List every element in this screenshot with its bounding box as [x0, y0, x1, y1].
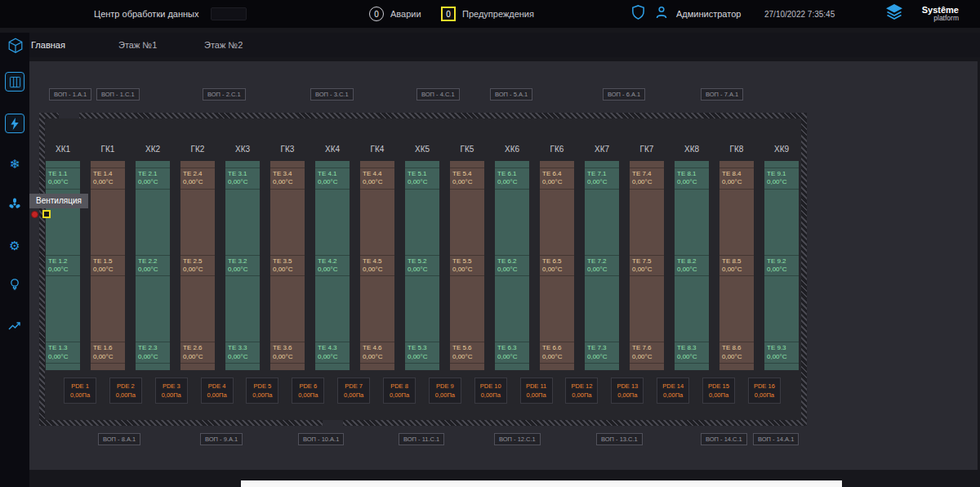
- temp-sensor-ТЕ5.4[interactable]: ТЕ 5.40,00°С: [450, 168, 484, 190]
- temp-sensor-ТЕ7.5[interactable]: ТЕ 7.50,00°С: [630, 255, 664, 277]
- temp-sensor-ТЕ1.4[interactable]: ТЕ 1.40,00°С: [91, 168, 125, 190]
- sidebar-item-trends[interactable]: [5, 315, 24, 335]
- temp-sensor-ТЕ6.1[interactable]: ТЕ 6.10,00°С: [495, 168, 529, 190]
- temp-sensor-ТЕ4.5[interactable]: ТЕ 4.50,00°С: [360, 255, 394, 277]
- temp-sensor-ТЕ3.3[interactable]: ТЕ 3.30,00°С: [225, 342, 260, 364]
- header-extra-box[interactable]: [211, 7, 247, 20]
- pde-sensor-PDE11[interactable]: PDE 110,00Па: [520, 378, 553, 404]
- temp-sensor-ТЕ4.6[interactable]: ТЕ 4.60,00°С: [360, 342, 394, 364]
- temp-sensor-ТЕ6.2[interactable]: ТЕ 6.20,00°С: [495, 255, 529, 277]
- temp-sensor-ТЕ8.5[interactable]: ТЕ 8.50,00°С: [719, 255, 754, 277]
- vop-sensor-bottom-4[interactable]: ВОП - 11.С.1: [399, 433, 444, 445]
- tab-floor-2[interactable]: Этаж №2: [204, 33, 243, 57]
- temp-sensor-ТЕ8.2[interactable]: ТЕ 8.20,00°С: [675, 255, 709, 277]
- temp-sensor-ТЕ4.4[interactable]: ТЕ 4.40,00°С: [360, 168, 394, 190]
- temp-sensor-ТЕ4.3[interactable]: ТЕ 4.30,00°С: [315, 342, 350, 364]
- sidebar-item-columns-view[interactable]: [5, 72, 24, 92]
- pde-sensor-PDE3[interactable]: PDE 30,00Па: [155, 378, 188, 404]
- temp-sensor-ТЕ1.2[interactable]: ТЕ 1.20,00°С: [46, 255, 80, 277]
- temp-sensor-ТЕ8.1[interactable]: ТЕ 8.10,00°С: [675, 168, 709, 190]
- temp-sensor-ТЕ1.6[interactable]: ТЕ 1.60,00°С: [91, 342, 125, 364]
- pde-sensor-PDE9[interactable]: PDE 90,00Па: [429, 378, 461, 404]
- pde-sensor-PDE2[interactable]: PDE 20,00Па: [109, 378, 142, 404]
- temp-sensor-ТЕ4.1[interactable]: ТЕ 4.10,00°С: [315, 168, 350, 190]
- temp-sensor-ТЕ8.3[interactable]: ТЕ 8.30,00°С: [675, 342, 709, 364]
- temp-sensor-ТЕ9.1[interactable]: ТЕ 9.10,00°С: [764, 168, 799, 190]
- temp-sensor-ТЕ1.5[interactable]: ТЕ 1.50,00°С: [91, 255, 125, 277]
- temp-sensor-ТЕ5.5[interactable]: ТЕ 5.50,00°С: [450, 255, 484, 277]
- vop-sensor-top-4[interactable]: ВОП - 3.С.1: [310, 88, 354, 101]
- vop-sensor-top-1[interactable]: ВОП - 1.А.1: [49, 88, 91, 101]
- temp-sensor-ТЕ8.6[interactable]: ТЕ 8.60,00°С: [719, 342, 754, 364]
- temp-sensor-ТЕ9.2[interactable]: ТЕ 9.20,00°С: [764, 255, 799, 277]
- user-icon[interactable]: [654, 5, 669, 23]
- pde-sensor-PDE1[interactable]: PDE 10,00Па: [64, 378, 96, 404]
- temp-sensor-ТЕ7.4[interactable]: ТЕ 7.40,00°С: [630, 168, 664, 190]
- pde-sensor-PDE10[interactable]: PDE 100,00Па: [474, 378, 507, 404]
- vop-sensor-top-7[interactable]: ВОП - 6.А.1: [603, 88, 645, 101]
- vop-sensor-top-8[interactable]: ВОП - 7.А.1: [701, 88, 743, 101]
- temp-sensor-ТЕ9.3[interactable]: ТЕ 9.30,00°С: [764, 342, 799, 364]
- temp-sensor-ТЕ3.6[interactable]: ТЕ 3.60,00°С: [270, 342, 305, 364]
- sidebar-item-power[interactable]: [5, 114, 24, 133]
- pde-sensor-PDE6[interactable]: PDE 60,00Па: [292, 378, 324, 404]
- vop-sensor-bottom-7[interactable]: ВОП - 14.С.1: [701, 433, 747, 445]
- temp-sensor-ТЕ8.4[interactable]: ТЕ 8.40,00°С: [719, 168, 754, 190]
- tab-main[interactable]: Главная: [31, 33, 65, 57]
- temp-sensor-ТЕ6.6[interactable]: ТЕ 6.60,00°С: [540, 342, 574, 364]
- temp-sensor-ТЕ5.2[interactable]: ТЕ 5.20,00°С: [405, 255, 439, 277]
- temp-sensor-ТЕ2.3[interactable]: ТЕ 2.30,00°С: [136, 342, 170, 364]
- vop-sensor-bottom-3[interactable]: ВОП - 10.А.1: [298, 433, 344, 445]
- temp-sensor-ТЕ7.3[interactable]: ТЕ 7.30,00°С: [585, 342, 619, 364]
- vop-sensor-top-5[interactable]: ВОП - 4.С.1: [416, 88, 460, 101]
- alarms-indicator[interactable]: 0 Аварии: [369, 7, 421, 21]
- pde-sensor-PDE14[interactable]: PDE 140,00Па: [657, 378, 689, 404]
- temp-sensor-ТЕ6.5[interactable]: ТЕ 6.50,00°С: [540, 255, 574, 277]
- temp-sensor-ТЕ4.2[interactable]: ТЕ 4.20,00°С: [315, 255, 350, 277]
- sidebar-item-lighting[interactable]: [5, 275, 24, 294]
- temp-sensor-ТЕ2.1[interactable]: ТЕ 2.10,00°С: [136, 168, 170, 190]
- pde-sensor-PDE8[interactable]: PDE 80,00Па: [383, 378, 416, 404]
- temp-sensor-ТЕ3.4[interactable]: ТЕ 3.40,00°С: [270, 168, 305, 190]
- temp-sensor-ТЕ7.2[interactable]: ТЕ 7.20,00°С: [585, 255, 619, 277]
- temp-sensor-ТЕ7.6[interactable]: ТЕ 7.60,00°С: [630, 342, 664, 364]
- pde-sensor-PDE12[interactable]: PDE 120,00Па: [565, 378, 598, 404]
- temp-sensor-ТЕ1.1[interactable]: ТЕ 1.10,00°С: [46, 168, 80, 190]
- current-user-label[interactable]: Администратор: [676, 9, 741, 19]
- temp-sensor-ТЕ6.4[interactable]: ТЕ 6.40,00°С: [540, 168, 574, 190]
- temp-sensor-ТЕ5.6[interactable]: ТЕ 5.60,00°С: [450, 342, 484, 364]
- temp-sensor-ТЕ5.3[interactable]: ТЕ 5.30,00°С: [405, 342, 439, 364]
- tab-floor-1[interactable]: Этаж №1: [118, 33, 157, 57]
- temp-sensor-ТЕ5.1[interactable]: ТЕ 5.10,00°С: [405, 168, 439, 190]
- bottom-panel-edge[interactable]: [241, 480, 842, 487]
- temp-sensor-ТЕ2.5[interactable]: ТЕ 2.50,00°С: [180, 255, 215, 277]
- pde-sensor-PDE13[interactable]: PDE 130,00Па: [611, 378, 644, 404]
- pde-sensor-PDE16[interactable]: PDE 160,00Па: [748, 378, 781, 404]
- pde-sensor-PDE7[interactable]: PDE 70,00Па: [337, 378, 370, 404]
- temp-sensor-ТЕ7.1[interactable]: ТЕ 7.10,00°С: [585, 168, 619, 190]
- temp-sensor-ТЕ3.1[interactable]: ТЕ 3.10,00°С: [225, 168, 260, 190]
- temp-sensor-ТЕ6.3[interactable]: ТЕ 6.30,00°С: [495, 342, 529, 364]
- sidebar-item-settings[interactable]: ⚙: [5, 235, 24, 255]
- pde-sensor-PDE5[interactable]: PDE 50,00Па: [246, 378, 278, 404]
- sidebar-item-ventilation[interactable]: [5, 194, 24, 214]
- temp-sensor-ТЕ2.4[interactable]: ТЕ 2.40,00°С: [180, 168, 215, 190]
- temp-sensor-ТЕ2.2[interactable]: ТЕ 2.20,00°С: [136, 255, 170, 277]
- warnings-indicator[interactable]: 0 Предупреждения: [441, 7, 534, 21]
- temp-sensor-ТЕ3.2[interactable]: ТЕ 3.20,00°С: [225, 255, 260, 277]
- vop-sensor-top-2[interactable]: ВОП - 1.С.1: [96, 88, 140, 101]
- vop-sensor-bottom-5[interactable]: ВОП - 12.С.1: [494, 433, 541, 445]
- temp-sensor-ТЕ1.3[interactable]: ТЕ 1.30,00°С: [46, 342, 80, 364]
- cube-logo-icon[interactable]: [6, 36, 25, 56]
- sidebar-item-cooling[interactable]: ❄: [5, 154, 24, 173]
- vop-sensor-bottom-6[interactable]: ВОП - 13.С.1: [596, 433, 643, 445]
- pde-sensor-PDE15[interactable]: PDE 150,00Па: [702, 378, 735, 404]
- temp-sensor-ТЕ3.5[interactable]: ТЕ 3.50,00°С: [270, 255, 305, 277]
- vop-sensor-top-3[interactable]: ВОП - 2.С.1: [203, 88, 246, 101]
- pde-sensor-PDE4[interactable]: PDE 40,00Па: [201, 378, 234, 404]
- vop-sensor-top-6[interactable]: ВОП - 5.А.1: [490, 88, 532, 101]
- vop-sensor-bottom-8[interactable]: ВОП - 14.А.1: [753, 433, 799, 445]
- vop-sensor-bottom-2[interactable]: ВОП - 9.А.1: [200, 433, 243, 445]
- temp-sensor-ТЕ2.6[interactable]: ТЕ 2.60,00°С: [180, 342, 215, 364]
- vop-sensor-bottom-1[interactable]: ВОП - 8.А.1: [98, 433, 140, 445]
